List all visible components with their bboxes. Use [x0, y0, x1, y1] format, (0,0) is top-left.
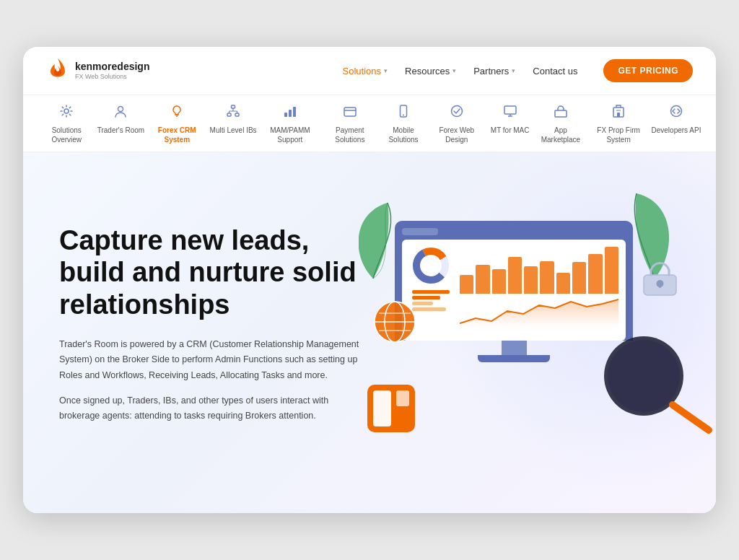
sidebar-item-developers-api[interactable]: Developers API	[651, 104, 701, 135]
sidebar-item-solutions-overview[interactable]: Solutions Overview	[38, 104, 95, 144]
svg-rect-42	[659, 283, 662, 288]
mobile-icon	[396, 104, 411, 122]
sidebar-item-fx-prop[interactable]: FX Prop Firm System	[586, 104, 651, 144]
sidebar-item-forex-web[interactable]: Forex Web Design	[429, 104, 485, 144]
svg-point-30	[421, 255, 441, 276]
hero-desc-1: Trader's Room is powered by a CRM (Custo…	[59, 337, 370, 383]
api-icon	[669, 104, 683, 122]
svg-rect-39	[396, 390, 409, 406]
logo-text: kenmoredesign FX Web Solutions	[75, 61, 149, 81]
nav-links: Solutions ▾ Resources ▾ Partners ▾ Conta…	[343, 59, 693, 82]
svg-point-18	[451, 106, 462, 117]
sidebar-item-payment[interactable]: Payment Solutions	[322, 104, 378, 144]
globe-icon	[373, 300, 416, 344]
get-pricing-button[interactable]: GET PRICING	[603, 59, 693, 82]
phone-widget-icon	[366, 383, 413, 430]
svg-rect-24	[617, 113, 620, 117]
sidebar-item-forex-crm[interactable]: Forex CRM System	[146, 104, 208, 144]
chart-icon	[283, 104, 297, 122]
svg-rect-14	[344, 108, 356, 116]
monitor-icon	[503, 104, 517, 122]
chevron-down-icon: ▾	[512, 67, 515, 74]
sidebar-item-multi-level-ibs[interactable]: Multi Level IBs	[208, 104, 258, 135]
marketplace-icon	[554, 104, 568, 122]
building-icon	[611, 104, 626, 122]
crm-illustration	[373, 206, 676, 452]
svg-line-45	[673, 405, 709, 430]
person-icon	[113, 104, 128, 122]
lock-icon	[640, 257, 680, 299]
svg-rect-13	[293, 107, 296, 117]
browser-frame: kenmoredesign FX Web Solutions Solutions…	[23, 47, 716, 513]
chevron-down-icon: ▾	[452, 67, 456, 74]
bulb-icon	[170, 104, 184, 122]
line-chart-icon	[460, 298, 618, 327]
chevron-down-icon: ▾	[384, 67, 388, 74]
nav-partners[interactable]: Partners ▾	[473, 66, 515, 76]
logo[interactable]: kenmoredesign FX Web Solutions	[46, 57, 149, 84]
svg-point-0	[64, 109, 69, 113]
svg-rect-11	[284, 113, 287, 117]
hero-content: Capture new leads, build and nurture sol…	[59, 224, 370, 434]
svg-rect-4	[232, 105, 235, 108]
svg-point-1	[118, 107, 123, 112]
nav-resources[interactable]: Resources ▾	[405, 66, 456, 76]
svg-rect-38	[373, 390, 391, 426]
svg-point-17	[403, 115, 404, 116]
gear-icon	[59, 104, 74, 122]
sidebar-item-mam-pamm[interactable]: MAM/PAMM Support	[258, 104, 322, 144]
sub-nav: Solutions Overview Trader's Room Forex C…	[23, 95, 716, 152]
svg-rect-19	[504, 106, 516, 114]
sidebar-item-mobile[interactable]: Mobile Solutions	[378, 104, 429, 144]
sidebar-item-mt-mac[interactable]: MT for MAC	[485, 104, 535, 135]
svg-rect-6	[235, 113, 239, 116]
magnifier-icon	[597, 329, 698, 430]
hero-desc-2: Once signed up, Traders, IBs, and other …	[59, 393, 370, 424]
svg-rect-12	[289, 110, 292, 117]
nav-solutions[interactable]: Solutions ▾	[343, 66, 388, 76]
hierarchy-icon	[226, 104, 240, 122]
svg-rect-5	[227, 113, 231, 116]
logo-flame-icon	[46, 57, 69, 84]
donut-chart-icon	[412, 247, 450, 284]
nav-contact[interactable]: Contact us	[533, 66, 577, 76]
sidebar-item-app-marketplace[interactable]: App Marketplace	[535, 104, 587, 144]
checkmark-icon	[450, 104, 464, 122]
payment-icon	[343, 104, 357, 122]
hero-illustration	[370, 206, 680, 452]
svg-point-44	[608, 340, 680, 412]
svg-rect-22	[555, 110, 567, 117]
hero-title: Capture new leads, build and nurture sol…	[59, 224, 370, 321]
sidebar-item-traders-room[interactable]: Trader's Room	[95, 104, 146, 135]
hero-section: Capture new leads, build and nurture sol…	[23, 152, 716, 513]
top-nav: kenmoredesign FX Web Solutions Solutions…	[23, 47, 716, 95]
